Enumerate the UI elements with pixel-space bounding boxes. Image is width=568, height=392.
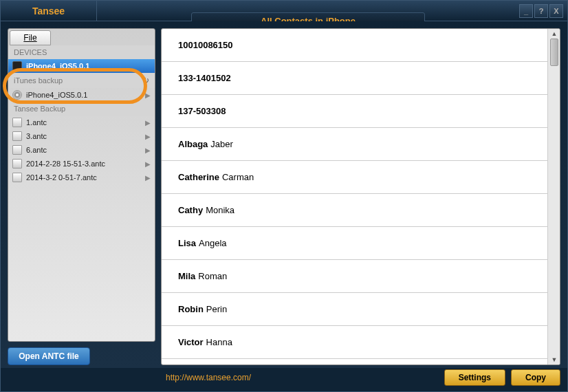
titlebar: Tansee All Contacts in iPhone _ ? X: [1, 1, 567, 21]
contact-first: Catherine: [178, 172, 219, 182]
body-area: File DEVICES iPhone4_iOS5.0.1 iTunes bac…: [1, 21, 567, 368]
contact-row[interactable]: RobinPerin: [162, 293, 547, 326]
section-devices: DEVICES: [8, 45, 155, 59]
contact-row[interactable]: CatherineCarman: [162, 161, 547, 194]
contact-first: Victor: [178, 337, 204, 347]
device-item-iphone[interactable]: iPhone4_iOS5.0.1: [8, 59, 155, 73]
contact-last: Angela: [199, 238, 226, 248]
file-icon: [12, 131, 22, 141]
contact-first: 137-503308: [178, 106, 226, 116]
chevron-right-icon: ▶: [145, 119, 151, 127]
contact-first: Albaga: [178, 139, 208, 149]
backup-item[interactable]: 1.antc ▶: [8, 116, 155, 129]
contact-first: Mila: [178, 271, 195, 281]
app-window: Tansee All Contacts in iPhone _ ? X File…: [0, 0, 568, 392]
contact-row[interactable]: AlbagaJaber: [162, 128, 547, 161]
contact-first: 133-1401502: [178, 73, 231, 83]
contact-row[interactable]: CathyMonika: [162, 194, 547, 227]
file-icon: [12, 145, 22, 155]
backup-item[interactable]: 3.antc ▶: [8, 129, 155, 143]
contact-last: Carman: [222, 172, 254, 182]
refresh-icon[interactable]: ↻: [142, 76, 149, 85]
backup-label: 2014-2-28 15-51-3.antc: [26, 160, 105, 168]
contact-last: Jaber: [210, 139, 233, 149]
help-button[interactable]: ?: [534, 4, 548, 18]
contact-row[interactable]: VictorHanna: [162, 326, 547, 359]
minimize-button[interactable]: _: [519, 4, 533, 18]
contact-last: Hanna: [206, 337, 232, 347]
website-link[interactable]: http://www.tansee.com/: [166, 373, 251, 382]
open-antc-button[interactable]: Open ANTC file: [8, 347, 90, 365]
scrollbar[interactable]: ▲ ▼: [547, 29, 560, 364]
sidebar: File DEVICES iPhone4_iOS5.0.1 iTunes bac…: [8, 28, 155, 365]
device-list: iPhone4_iOS5.0.1 iTunes backup ↻ iPhone4…: [8, 59, 155, 341]
backup-label: 3.antc: [26, 132, 47, 140]
copy-button[interactable]: Copy: [511, 369, 560, 386]
footer: http://www.tansee.com/ Settings Copy: [1, 368, 567, 391]
disc-icon: [12, 90, 22, 100]
scroll-down-icon[interactable]: ▼: [548, 355, 560, 364]
contact-last: Roman: [198, 271, 227, 281]
backup-label: 1.antc: [26, 118, 47, 127]
device-label: iPhone4_iOS5.0.1: [26, 62, 89, 70]
backup-label: 6.antc: [26, 146, 47, 154]
close-button[interactable]: X: [549, 4, 563, 18]
contact-first: 10010086150: [178, 40, 233, 50]
file-icon: [12, 118, 22, 127]
chevron-right-icon: ▶: [145, 160, 151, 168]
file-menu[interactable]: File: [10, 30, 51, 45]
contacts-list[interactable]: 10010086150 133-1401502 137-503308 Albag…: [162, 29, 547, 364]
contact-first: Cathy: [178, 205, 203, 215]
file-icon: [12, 173, 22, 182]
file-icon: [12, 159, 22, 168]
contact-last: Perin: [206, 304, 227, 314]
contact-row[interactable]: LisaAngela: [162, 227, 547, 260]
section-tansee: Tansee Backup: [8, 102, 155, 116]
contact-row[interactable]: 10010086150: [162, 29, 547, 62]
app-name: Tansee: [1, 1, 97, 21]
contact-last: Monika: [206, 205, 234, 215]
window-controls: _ ? X: [519, 4, 567, 18]
itunes-backup-item[interactable]: iPhone4_iOS5.0.1 ▶: [8, 88, 155, 102]
contact-first: Lisa: [178, 238, 196, 248]
section-itunes: iTunes backup ↻: [8, 73, 155, 88]
backup-item[interactable]: 2014-3-2 0-51-7.antc ▶: [8, 171, 155, 184]
contact-row[interactable]: 137-503308: [162, 95, 547, 128]
main-panel: 10010086150 133-1401502 137-503308 Albag…: [161, 28, 560, 365]
backup-label: 2014-3-2 0-51-7.antc: [26, 173, 97, 182]
chevron-right-icon: ▶: [145, 146, 151, 154]
backup-item[interactable]: 6.antc ▶: [8, 143, 155, 157]
backup-item[interactable]: 2014-2-28 15-51-3.antc ▶: [8, 157, 155, 171]
sidebar-panel: File DEVICES iPhone4_iOS5.0.1 iTunes bac…: [8, 28, 155, 342]
section-itunes-label: iTunes backup: [14, 76, 63, 85]
settings-button[interactable]: Settings: [444, 369, 505, 386]
contacts-panel: 10010086150 133-1401502 137-503308 Albag…: [161, 28, 560, 365]
scroll-up-icon[interactable]: ▲: [548, 29, 560, 39]
chevron-right-icon: ▶: [145, 133, 151, 140]
chevron-right-icon: ▶: [145, 91, 151, 99]
contact-row[interactable]: 133-1401502: [162, 62, 547, 95]
chevron-right-icon: ▶: [145, 174, 151, 182]
contact-row[interactable]: MilaRoman: [162, 260, 547, 293]
contact-first: Robin: [178, 304, 204, 314]
scroll-thumb[interactable]: [550, 39, 558, 66]
phone-icon: [12, 61, 22, 71]
device-label: iPhone4_iOS5.0.1: [26, 91, 87, 99]
